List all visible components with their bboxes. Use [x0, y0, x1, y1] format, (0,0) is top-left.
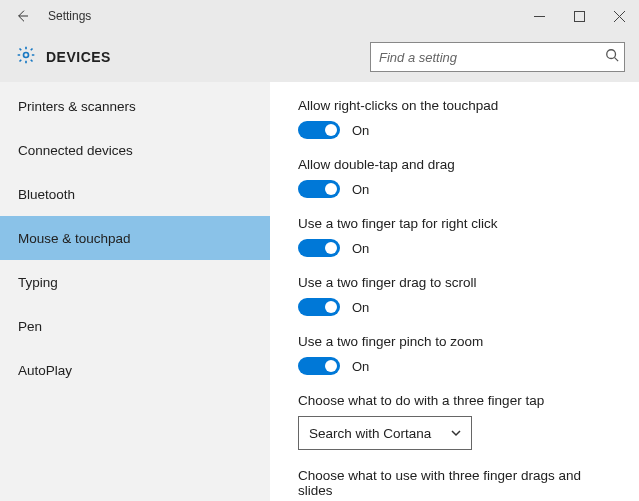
gear-icon — [16, 45, 36, 69]
sidebar-item-label: Connected devices — [18, 143, 133, 158]
toggle-state: On — [352, 359, 369, 374]
maximize-button[interactable] — [559, 0, 599, 32]
sidebar-item-label: Mouse & touchpad — [18, 231, 131, 246]
svg-point-2 — [607, 50, 616, 59]
setting-label: Allow right-clicks on the touchpad — [298, 98, 617, 113]
minimize-button[interactable] — [519, 0, 559, 32]
search-input[interactable] — [370, 42, 625, 72]
minimize-icon — [534, 11, 545, 22]
sidebar-item-typing[interactable]: Typing — [0, 260, 270, 304]
svg-rect-0 — [574, 11, 584, 21]
toggle-switch[interactable] — [298, 357, 340, 375]
toggle-row: On — [298, 357, 617, 375]
setting-three-finger-drag: Choose what to use with three finger dra… — [298, 468, 617, 501]
back-button[interactable] — [10, 4, 34, 28]
setting-right-clicks: Allow right-clicks on the touchpad On — [298, 98, 617, 139]
arrow-left-icon — [14, 8, 30, 24]
toggle-switch[interactable] — [298, 121, 340, 139]
toggle-row: On — [298, 121, 617, 139]
maximize-icon — [574, 11, 585, 22]
header-left: DEVICES — [16, 45, 111, 69]
content-panel: Allow right-clicks on the touchpad On Al… — [270, 82, 639, 501]
setting-two-finger-tap: Use a two finger tap for right click On — [298, 216, 617, 257]
setting-label: Use a two finger pinch to zoom — [298, 334, 617, 349]
sidebar-item-connected-devices[interactable]: Connected devices — [0, 128, 270, 172]
window-title: Settings — [48, 9, 91, 23]
search-wrap — [370, 42, 625, 72]
setting-label: Use a two finger tap for right click — [298, 216, 617, 231]
sidebar-item-label: Typing — [18, 275, 58, 290]
toggle-switch[interactable] — [298, 298, 340, 316]
sidebar-item-pen[interactable]: Pen — [0, 304, 270, 348]
toggle-state: On — [352, 300, 369, 315]
header: DEVICES — [0, 32, 639, 82]
setting-double-tap-drag: Allow double-tap and drag On — [298, 157, 617, 198]
toggle-row: On — [298, 180, 617, 198]
toggle-state: On — [352, 241, 369, 256]
body: Printers & scanners Connected devices Bl… — [0, 82, 639, 501]
close-icon — [614, 11, 625, 22]
search-icon — [605, 48, 619, 66]
page-title: DEVICES — [46, 49, 111, 65]
close-button[interactable] — [599, 0, 639, 32]
sidebar: Printers & scanners Connected devices Bl… — [0, 82, 270, 501]
titlebar: Settings — [0, 0, 639, 32]
sidebar-item-label: Printers & scanners — [18, 99, 136, 114]
select-value: Search with Cortana — [309, 426, 431, 441]
sidebar-item-label: Pen — [18, 319, 42, 334]
setting-label: Choose what to use with three finger dra… — [298, 468, 617, 498]
toggle-row: On — [298, 239, 617, 257]
toggle-state: On — [352, 123, 369, 138]
toggle-switch[interactable] — [298, 180, 340, 198]
setting-three-finger-tap: Choose what to do with a three finger ta… — [298, 393, 617, 450]
sidebar-item-label: Bluetooth — [18, 187, 75, 202]
sidebar-item-autoplay[interactable]: AutoPlay — [0, 348, 270, 392]
setting-label: Allow double-tap and drag — [298, 157, 617, 172]
setting-label: Use a two finger drag to scroll — [298, 275, 617, 290]
chevron-down-icon — [451, 426, 461, 441]
sidebar-item-printers-scanners[interactable]: Printers & scanners — [0, 84, 270, 128]
window-controls — [519, 0, 639, 32]
setting-label: Choose what to do with a three finger ta… — [298, 393, 617, 408]
sidebar-item-bluetooth[interactable]: Bluetooth — [0, 172, 270, 216]
toggle-row: On — [298, 298, 617, 316]
setting-two-finger-pinch: Use a two finger pinch to zoom On — [298, 334, 617, 375]
setting-two-finger-drag: Use a two finger drag to scroll On — [298, 275, 617, 316]
select-three-finger-tap[interactable]: Search with Cortana — [298, 416, 472, 450]
sidebar-item-label: AutoPlay — [18, 363, 72, 378]
toggle-state: On — [352, 182, 369, 197]
svg-point-1 — [24, 53, 29, 58]
titlebar-left: Settings — [10, 4, 91, 28]
toggle-switch[interactable] — [298, 239, 340, 257]
sidebar-item-mouse-touchpad[interactable]: Mouse & touchpad — [0, 216, 270, 260]
